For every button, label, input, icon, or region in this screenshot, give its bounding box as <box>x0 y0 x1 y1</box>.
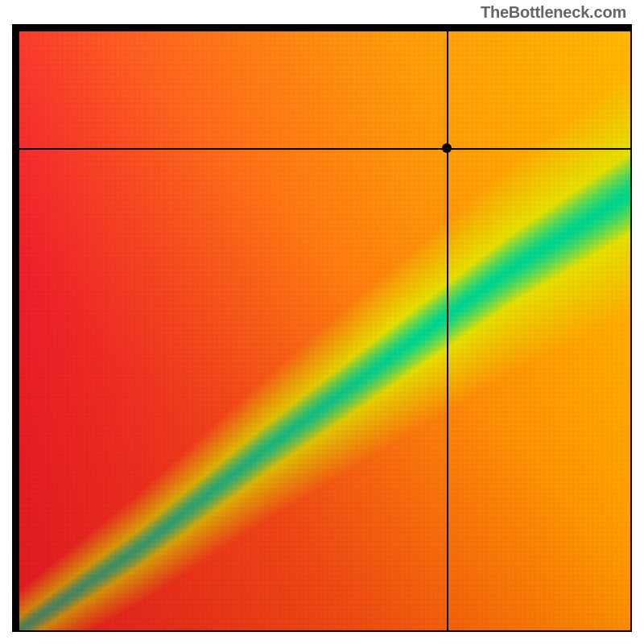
crosshair-vertical <box>447 31 448 630</box>
marker-dot <box>442 143 452 153</box>
heatmap-canvas <box>19 31 630 630</box>
crosshair-horizontal <box>19 148 630 150</box>
plot-frame <box>12 24 632 632</box>
plot-area <box>19 31 630 630</box>
watermark-label: TheBottleneck.com <box>481 3 626 22</box>
